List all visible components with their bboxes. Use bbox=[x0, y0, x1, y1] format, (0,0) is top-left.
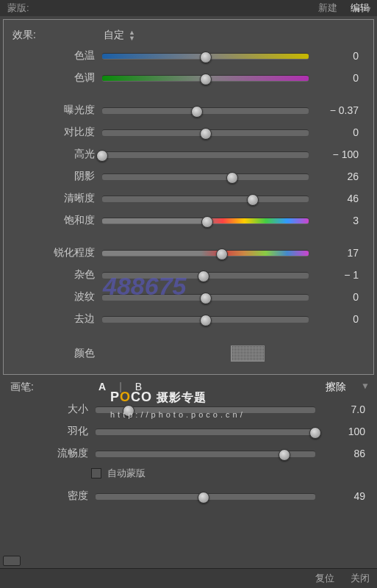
slider-value: 0 bbox=[309, 126, 363, 138]
slider-label: 波纹 bbox=[10, 290, 102, 304]
close-button[interactable]: 关闭 bbox=[351, 572, 370, 585]
slider-moire: 波纹0 bbox=[10, 286, 363, 308]
slider-sharp: 锐化程度17 bbox=[10, 242, 363, 264]
slider-track-temp[interactable] bbox=[102, 51, 309, 61]
slider-thumb[interactable] bbox=[200, 74, 212, 85]
slider-value: − 0.37 bbox=[309, 104, 363, 116]
slider-label: 对比度 bbox=[10, 126, 102, 139]
slider-label: 色调 bbox=[10, 71, 102, 85]
slider-label: 阴影 bbox=[10, 170, 102, 183]
slider-label: 密度 bbox=[3, 490, 96, 503]
automask-label: 自动蒙版 bbox=[107, 467, 146, 480]
slider-thumb[interactable] bbox=[191, 106, 203, 118]
slider-thumb[interactable] bbox=[200, 315, 212, 326]
slider-track-defringe[interactable] bbox=[102, 314, 309, 324]
slider-highlights: 高光− 100 bbox=[10, 143, 363, 165]
preset-value: 自定 bbox=[104, 29, 124, 42]
slider-track-flow[interactable] bbox=[96, 448, 315, 459]
slider-label: 锐化程度 bbox=[10, 246, 102, 259]
panel-toggle[interactable] bbox=[3, 556, 21, 566]
slider-thumb[interactable] bbox=[96, 150, 108, 162]
slider-thumb[interactable] bbox=[279, 449, 290, 461]
slider-value: 0 bbox=[309, 291, 363, 303]
slider-track-clarity[interactable] bbox=[102, 193, 309, 204]
slider-clarity: 清晰度46 bbox=[10, 187, 363, 209]
slider-thumb[interactable] bbox=[216, 248, 228, 260]
automask-checkbox[interactable] bbox=[91, 468, 101, 478]
slider-value: 86 bbox=[315, 448, 370, 459]
slider-thumb[interactable] bbox=[201, 216, 213, 228]
brush-title: 画笔: bbox=[10, 381, 98, 394]
slider-thumb[interactable] bbox=[200, 128, 212, 140]
slider-value: 17 bbox=[309, 247, 363, 259]
slider-size: 大小7.0 bbox=[3, 398, 370, 420]
slider-defringe: 去边0 bbox=[10, 308, 363, 330]
effects-panel: ▼ 效果: 自定 ▲▼ 色温0色调0曝光度− 0.37对比度0高光− 100阴影… bbox=[3, 19, 374, 375]
slider-label: 大小 bbox=[3, 403, 96, 416]
slider-thumb[interactable] bbox=[200, 51, 212, 63]
slider-label: 杂色 bbox=[10, 268, 102, 282]
slider-thumb[interactable] bbox=[198, 492, 209, 503]
slider-thumb[interactable] bbox=[200, 293, 212, 304]
slider-label: 曝光度 bbox=[10, 104, 102, 117]
slider-thumb[interactable] bbox=[247, 194, 259, 206]
topbar-left-label: 蒙版: bbox=[7, 1, 29, 15]
top-bar: 蒙版: 新建 编辑 bbox=[0, 0, 377, 16]
brush-collapse-icon[interactable]: ▼ bbox=[361, 381, 370, 391]
slider-value: − 1 bbox=[309, 269, 363, 281]
slider-value: 49 bbox=[315, 490, 370, 502]
slider-label: 羽化 bbox=[3, 425, 96, 438]
slider-value: 3 bbox=[309, 215, 363, 226]
brush-header: 画笔: A | B 擦除 ▼ bbox=[3, 378, 374, 398]
slider-flow: 流畅度86 bbox=[3, 442, 370, 465]
slider-label: 色温 bbox=[10, 49, 102, 62]
slider-value: 26 bbox=[309, 171, 363, 182]
slider-value: 0 bbox=[309, 72, 363, 84]
slider-track-saturation[interactable] bbox=[102, 215, 309, 226]
slider-value: 46 bbox=[309, 193, 363, 204]
slider-label: 饱和度 bbox=[10, 214, 102, 227]
color-swatch[interactable] bbox=[231, 345, 265, 362]
bottom-bar: 复位 关闭 bbox=[0, 568, 377, 588]
slider-undefined: 密度49 bbox=[3, 485, 370, 507]
slider-label: 流畅度 bbox=[3, 447, 96, 460]
effects-title: 效果: bbox=[10, 29, 64, 42]
effects-collapse-icon[interactable]: ▼ bbox=[364, 4, 373, 15]
slider-track-exposure[interactable] bbox=[102, 105, 309, 115]
effects-preset-dropdown[interactable]: 自定 ▲▼ bbox=[104, 29, 135, 42]
slider-noise: 杂色− 1 bbox=[10, 264, 363, 286]
slider-saturation: 饱和度3 bbox=[10, 209, 363, 232]
slider-track-size[interactable] bbox=[96, 404, 315, 415]
slider-track-sharp[interactable] bbox=[102, 248, 309, 258]
topbar-new[interactable]: 新建 bbox=[318, 1, 337, 15]
slider-track-contrast[interactable] bbox=[102, 127, 309, 137]
brush-ab-sep: | bbox=[119, 381, 122, 392]
slider-label: 清晰度 bbox=[10, 192, 102, 205]
slider-thumb[interactable] bbox=[123, 405, 134, 417]
slider-track-feather[interactable] bbox=[96, 426, 315, 437]
slider-label: 高光 bbox=[10, 148, 102, 161]
brush-a[interactable]: A bbox=[98, 381, 106, 392]
effects-header: 效果: 自定 ▲▼ bbox=[10, 26, 367, 45]
slider-track-highlights[interactable] bbox=[102, 149, 309, 159]
brush-b[interactable]: B bbox=[135, 381, 142, 392]
slider-value: 100 bbox=[315, 426, 370, 437]
slider-contrast: 对比度0 bbox=[10, 121, 363, 143]
reset-button[interactable]: 复位 bbox=[315, 572, 334, 585]
updown-icon: ▲▼ bbox=[129, 29, 135, 41]
automask-row: 自动蒙版 bbox=[3, 465, 374, 482]
slider-exposure: 曝光度− 0.37 bbox=[10, 99, 363, 121]
slider-value: 0 bbox=[309, 313, 363, 325]
slider-tint: 色调0 bbox=[10, 67, 363, 89]
slider-track-noise[interactable] bbox=[102, 270, 309, 280]
slider-track-shadows[interactable] bbox=[102, 171, 309, 182]
slider-thumb[interactable] bbox=[226, 172, 238, 184]
slider-track-tint[interactable] bbox=[102, 73, 309, 83]
slider-thumb[interactable] bbox=[198, 270, 209, 282]
slider-track-moire[interactable] bbox=[102, 292, 309, 302]
slider-thumb[interactable] bbox=[309, 427, 321, 439]
slider-track-undefined[interactable] bbox=[96, 491, 315, 501]
slider-value: 7.0 bbox=[315, 404, 370, 415]
color-row: 颜色 bbox=[10, 340, 367, 367]
slider-value: 0 bbox=[309, 50, 363, 62]
